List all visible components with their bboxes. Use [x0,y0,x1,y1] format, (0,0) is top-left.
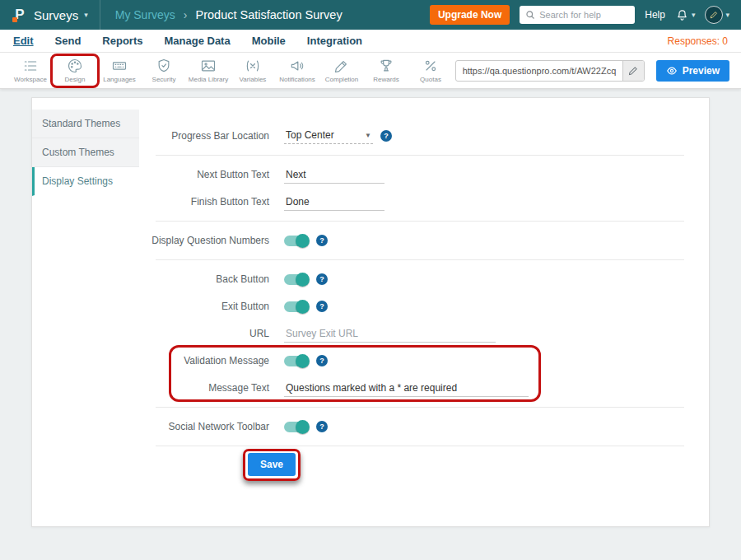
display-question-numbers-row: Display Question Numbers ? [139,228,684,253]
product-name: Surveys [34,8,78,22]
nav-tab-send[interactable]: Send [55,35,82,47]
nav-tab-manage-data[interactable]: Manage Data [164,35,230,47]
validation-annotated-group: Validation Message ? Message Text [139,348,684,400]
survey-url-input[interactable] [456,66,622,76]
account-menu[interactable]: ▾ [705,6,729,24]
display-question-numbers-toggle[interactable] [284,236,309,246]
message-text-input[interactable] [284,380,529,397]
tool-media-library[interactable]: Media Library [186,56,231,85]
questionpro-logo: P [12,7,28,23]
notifications-menu[interactable]: ▾ [675,8,696,22]
tool-security[interactable]: Security [142,56,186,85]
validation-message-row: Validation Message ? [139,348,684,373]
exit-url-label: URL [139,328,269,339]
chevron-down-icon: ▾ [84,11,88,19]
workspace-icon [22,58,39,74]
content-area: Standard Themes Custom Themes Display Se… [0,89,741,527]
finish-button-text-label: Finish Button Text [139,196,269,208]
sidebar-item-standard-themes[interactable]: Standard Themes [32,110,139,138]
next-button-text-label: Next Button Text [139,169,269,180]
next-button-text-row: Next Button Text [139,162,684,187]
edit-toolbar: Workspace Design Languages Security Medi… [0,53,741,89]
search-input[interactable] [539,10,629,20]
tool-variables[interactable]: Variables [231,56,275,85]
exit-url-row: URL [139,321,684,346]
validation-message-toggle[interactable] [284,356,309,366]
keyboard-icon [111,58,128,74]
help-link[interactable]: Help [645,9,665,21]
breadcrumb: My Surveys › Product Satisfaction Survey [100,8,343,21]
back-button-toggle[interactable] [284,274,309,285]
exit-button-toggle[interactable] [284,301,309,312]
nav-tab-edit[interactable]: Edit [13,35,34,47]
divider [156,221,684,222]
progress-bar-location-label: Progress Bar Location [139,130,269,142]
survey-nav: Edit Send Reports Manage Data Mobile Int… [0,30,741,53]
social-network-toolbar-label: Social Network Toolbar [139,421,269,432]
responses-count[interactable]: Responses: 0 [668,35,728,47]
display-settings-form: Progress Bar Location Top Center ▼ ? Nex… [139,98,709,526]
tool-languages[interactable]: Languages [97,56,142,85]
divider [156,155,684,156]
survey-title: Product Satisfaction Survey [196,8,343,21]
divider [156,259,684,260]
divider [156,407,684,408]
finish-button-text-input[interactable] [284,194,384,211]
next-button-text-input[interactable] [284,166,384,184]
eye-icon [666,65,678,77]
search-icon [525,10,535,20]
sidebar-item-custom-themes[interactable]: Custom Themes [32,138,139,167]
design-sidebar: Standard Themes Custom Themes Display Se… [32,98,139,526]
help-search-box[interactable] [520,6,635,24]
chevron-down-icon: ▾ [692,11,696,19]
pencil-icon [333,58,350,74]
edit-url-button[interactable] [622,61,644,81]
back-button-row: Back Button ? [139,267,684,292]
progress-bar-location-select[interactable]: Top Center ▼ [284,128,373,144]
help-icon[interactable]: ? [316,235,328,246]
pencil-icon [710,11,718,19]
survey-url-box [455,60,645,82]
help-icon[interactable]: ? [316,421,328,432]
progress-bar-location-row: Progress Bar Location Top Center ▼ ? [139,124,684,148]
avatar [705,6,723,24]
nav-tab-mobile[interactable]: Mobile [252,35,286,47]
validation-message-label: Validation Message [139,355,269,366]
tool-workspace[interactable]: Workspace [8,56,53,85]
toolbar-right: Preview [455,60,733,82]
tool-rewards[interactable]: Rewards [364,56,408,85]
tool-notifications[interactable]: Notifications [275,56,319,85]
chevron-down-icon: ▾ [725,11,729,19]
shield-icon [156,58,172,74]
save-row: Save [139,453,684,476]
variables-icon [245,58,261,74]
help-icon[interactable]: ? [316,301,328,312]
preview-button[interactable]: Preview [656,60,729,82]
nav-tab-reports[interactable]: Reports [102,35,142,47]
nav-tab-integration[interactable]: Integration [307,35,362,47]
design-palette-icon [67,58,83,74]
finish-button-text-row: Finish Button Text [139,189,684,214]
tool-quotas[interactable]: Quotas [408,56,453,85]
tool-design[interactable]: Design [53,56,97,85]
divider [156,446,684,446]
tool-completion[interactable]: Completion [319,56,364,85]
save-button[interactable]: Save [248,453,296,476]
breadcrumb-my-surveys[interactable]: My Surveys [115,8,175,21]
exit-url-input[interactable] [284,325,496,343]
product-switcher[interactable]: P Surveys ▾ [0,0,100,30]
top-right-cluster: Upgrade Now Help ▾ ▾ [430,5,741,25]
display-question-numbers-label: Display Question Numbers [139,235,269,246]
bell-icon [675,8,689,22]
design-settings-panel: Standard Themes Custom Themes Display Se… [31,97,710,527]
image-icon [200,58,217,74]
help-icon[interactable]: ? [380,130,392,142]
back-button-label: Back Button [139,273,269,285]
help-icon[interactable]: ? [316,355,328,366]
help-icon[interactable]: ? [316,273,328,285]
message-text-row: Message Text [139,376,684,400]
social-network-toolbar-toggle[interactable] [284,422,309,432]
sidebar-item-display-settings[interactable]: Display Settings [32,167,139,196]
upgrade-now-button[interactable]: Upgrade Now [430,5,510,25]
social-network-toolbar-row: Social Network Toolbar ? [139,414,684,439]
